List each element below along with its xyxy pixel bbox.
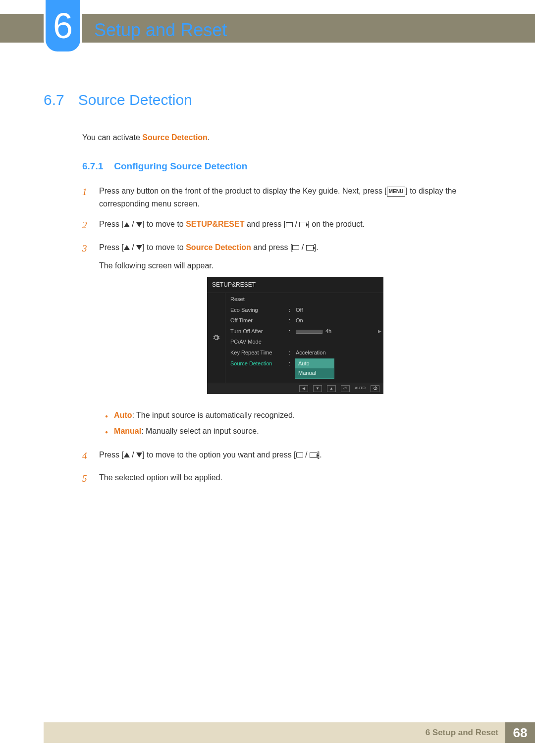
step-number: 4 [82,449,91,463]
arrow-down-icon [136,222,142,227]
bullet-icon: ● [105,427,108,438]
osd-sidebar [207,293,225,383]
osd-selected-item: Source Detection [230,359,289,368]
arrow-down-icon [136,245,142,250]
step-number: 1 [82,185,91,210]
step-5: 5 The selected option will be applied. [82,471,491,486]
footer-label: 6 Setup and Reset [426,728,498,738]
step-number: 3 [82,241,91,403]
osd-option-auto: Auto [295,359,334,369]
step-body: Press [ / ] to move to Source Detection … [99,241,491,403]
step-4: 4 Press [ / ] to move to the option you … [82,449,491,463]
highlight: SETUP&RESET [186,220,244,228]
step-note: The following screen will appear. [99,259,491,272]
arrow-down-icon [136,453,142,457]
nav-down-icon: ▼ [313,385,322,392]
highlight: Source Detection [142,133,208,142]
section-title: Source Detection [78,92,192,108]
nav-enter-icon: ⏎ [341,385,350,392]
step-body: Press any button on the front of the pro… [99,185,491,210]
osd-menu: Reset Eco Saving:Off Off Timer:On Turn O… [225,293,383,383]
osd-screenshot: SETUP&RESET Reset Eco Saving:Off Off Tim… [207,277,383,394]
subsection-title: Configuring Source Detection [114,161,247,172]
section-heading: 6.7 Source Detection [44,92,491,108]
bullet-icon: ● [105,411,108,422]
bullet-manual: ● Manual: Manually select an input sourc… [105,427,491,438]
step-body: The selected option will be applied. [99,471,491,486]
enter-icon [306,245,314,251]
chapter-number: 6 [53,8,73,44]
nav-auto: AUTO [355,385,366,392]
bullet-auto: ● Auto: The input source is automaticall… [105,411,491,422]
menu-key-icon: MENU [387,187,405,197]
step-2: 2 Press [ / ] to move to SETUP&RESET and… [82,218,491,233]
page-number: 68 [505,722,535,743]
subsection-number: 6.7.1 [82,161,103,172]
nav-left-icon: ◀ [299,385,308,392]
arrow-up-icon [124,245,130,250]
arrow-up-icon [124,453,130,457]
step-1: 1 Press any button on the front of the p… [82,185,491,210]
osd-title: SETUP&RESET [207,277,383,293]
chevron-right-icon: ▶ [378,328,381,335]
section-number: 6.7 [44,92,64,108]
step-3: 3 Press [ / ] to move to Source Detectio… [82,241,491,403]
intro-text: You can activate Source Detection. [82,133,491,142]
subsection-heading: 6.7.1 Configuring Source Detection [82,161,491,172]
select-icon [292,245,299,250]
highlight: Source Detection [186,243,251,252]
bullet-list: ● Auto: The input source is automaticall… [105,411,491,438]
enter-icon [310,453,318,458]
osd-dropdown: Auto Manual [295,358,334,379]
enter-icon [299,222,307,227]
page-footer: 6 Setup and Reset 68 [44,722,535,743]
step-number: 5 [82,471,91,486]
chapter-title: Setup and Reset [94,20,227,41]
step-body: Press [ / ] to move to SETUP&RESET and p… [99,218,491,233]
slider-bar [296,330,322,334]
osd-option-manual: Manual [295,368,334,378]
nav-up-icon: ▲ [327,385,336,392]
select-icon [286,222,293,227]
chapter-badge: 6 [44,0,82,53]
step-body: Press [ / ] to move to the option you wa… [99,449,491,463]
power-icon: ⏻ [371,385,379,392]
content: 6.7 Source Detection You can activate So… [44,92,491,494]
gear-icon [212,334,220,342]
step-number: 2 [82,218,91,233]
osd-footer: ◀ ▼ ▲ ⏎ AUTO ⏻ [207,383,383,394]
arrow-up-icon [124,222,130,227]
select-icon [296,453,303,457]
